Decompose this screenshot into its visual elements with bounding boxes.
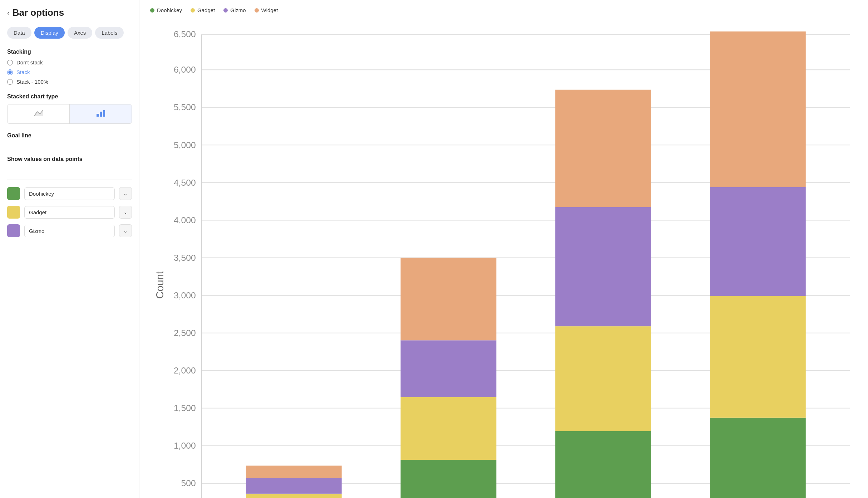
legend-dot-widget [255,8,259,13]
sidebar-title: Bar options [13,7,64,18]
bar-2017-gadget [401,397,497,460]
bar-2019-doohickey [710,418,806,498]
svg-text:6,000: 6,000 [174,65,196,74]
stacking-options: Don't stack Stack Stack - 100% [7,59,132,85]
svg-text:3,000: 3,000 [174,290,196,300]
chart-type-area-btn[interactable] [8,104,70,123]
stacking-radio-stack[interactable] [7,69,13,75]
tab-group: Data Display Axes Labels [7,27,132,39]
legend-label-widget: Widget [261,7,278,13]
show-values-label: Show values on data points [7,156,132,162]
chart-type-label: Stacked chart type [7,93,132,100]
legend-item-doohickey: Doohickey [150,7,182,13]
tab-data[interactable]: Data [7,27,31,39]
bar-2019-gizmo [710,187,806,296]
bar-2019-widget [710,31,806,187]
bar-group-2019: 2019 [710,31,806,498]
svg-text:1,000: 1,000 [174,441,196,450]
stacking-option-stack[interactable]: Stack [7,69,132,75]
goal-line-section: Goal line [7,132,132,149]
bar-group-2016: 2016 [246,466,342,498]
chart-type-group [7,104,132,124]
bar-2016-gadget [246,494,342,498]
stacking-radio-stack100[interactable] [7,79,13,85]
series-dropdown-doohickey[interactable]: ⌄ [119,187,132,200]
bar-group-2017: 2017 [401,258,497,498]
svg-text:5,000: 5,000 [174,140,196,150]
bar-2016-gizmo [246,478,342,494]
y-axis-label: Count [154,271,166,299]
svg-text:5,500: 5,500 [174,102,196,112]
legend-label-doohickey: Doohickey [157,7,182,13]
sidebar-header: ‹ Bar options [7,7,132,18]
bar-2016-widget [246,466,342,478]
stacking-option-none[interactable]: Don't stack [7,59,132,65]
svg-rect-3 [103,110,105,117]
chart-container: Count Created At 0 500 1,000 1,500 2,000… [150,19,857,498]
bar-2017-widget [401,258,497,341]
area-chart-icon [34,109,44,119]
series-name-gadget[interactable] [24,206,115,219]
stacking-label: Stacking [7,49,132,55]
chart-type-bar-btn[interactable] [70,104,132,123]
svg-text:3,500: 3,500 [174,253,196,263]
bar-2017-gizmo [401,340,497,397]
svg-text:1,500: 1,500 [174,403,196,413]
tab-axes[interactable]: Axes [68,27,92,39]
chart-legend: Doohickey Gadget Gizmo Widget [150,7,857,13]
legend-dot-doohickey [150,8,154,13]
stacking-label-stack100: Stack - 100% [16,79,48,85]
legend-label-gizmo: Gizmo [230,7,246,13]
stacking-label-none: Don't stack [16,59,43,65]
bar-2018-gizmo [555,207,651,326]
bar-2018-doohickey [555,431,651,498]
svg-rect-1 [97,114,99,117]
svg-text:6,500: 6,500 [174,29,196,39]
svg-marker-0 [34,110,43,116]
main-content: Doohickey Gadget Gizmo Widget Count Crea… [139,0,868,498]
series-color-doohickey[interactable] [7,187,20,200]
bar-2019-gadget [710,296,806,418]
bar-chart-icon [96,109,106,119]
stacking-radio-none[interactable] [7,60,13,65]
series-dropdown-gadget[interactable]: ⌄ [119,206,132,219]
legend-label-gadget: Gadget [197,7,215,13]
tab-labels[interactable]: Labels [95,27,124,39]
divider [7,180,132,180]
bar-2017-doohickey [401,460,497,498]
series-name-doohickey[interactable] [24,187,115,200]
back-icon[interactable]: ‹ [7,9,10,17]
legend-item-gizmo: Gizmo [223,7,246,13]
tab-display[interactable]: Display [34,27,65,39]
series-item-gizmo: ⌄ [7,224,132,237]
svg-text:4,000: 4,000 [174,215,196,225]
legend-dot-gizmo [223,8,228,13]
bar-2018-widget [555,90,651,207]
svg-text:2,000: 2,000 [174,366,196,375]
show-values-section: Show values on data points [7,156,132,172]
goal-line-label: Goal line [7,132,132,139]
series-name-gizmo[interactable] [24,225,115,237]
bar-group-2018: 2018 [555,90,651,498]
legend-dot-gadget [191,8,195,13]
bar-chart: Count Created At 0 500 1,000 1,500 2,000… [150,19,857,498]
svg-text:2,500: 2,500 [174,328,196,338]
series-item-gadget: ⌄ [7,206,132,219]
svg-rect-2 [100,112,102,117]
legend-item-gadget: Gadget [191,7,215,13]
stacking-label-stack: Stack [16,69,30,75]
bar-2018-gadget [555,326,651,431]
sidebar: ‹ Bar options Data Display Axes Labels S… [0,0,139,498]
stacking-option-stack100[interactable]: Stack - 100% [7,79,132,85]
series-color-gadget[interactable] [7,206,20,219]
series-dropdown-gizmo[interactable]: ⌄ [119,224,132,237]
svg-text:4,500: 4,500 [174,178,196,187]
legend-item-widget: Widget [255,7,278,13]
svg-text:500: 500 [181,478,196,488]
series-color-gizmo[interactable] [7,224,20,237]
series-item-doohickey: ⌄ [7,187,132,200]
